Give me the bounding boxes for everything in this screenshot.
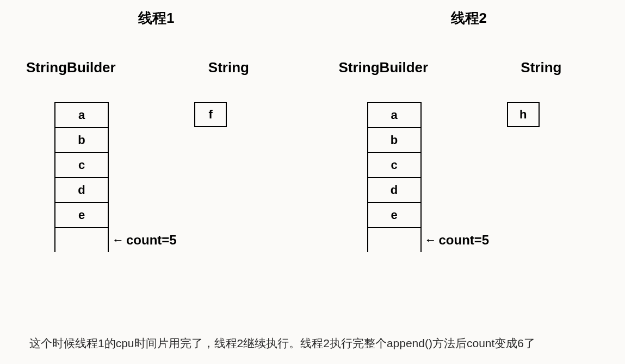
string-value-cell: h — [507, 102, 540, 127]
count-marker: ← count=5 — [112, 233, 177, 248]
thread-2-labels: StringBuilder String — [313, 59, 626, 76]
thread-2-title: 线程2 — [313, 9, 626, 28]
thread-1: 线程1 StringBuilder String a b c d e ← cou… — [0, 3, 313, 252]
stack-cell: d — [367, 177, 422, 202]
stack-cell: b — [367, 127, 422, 152]
arrow-left-icon: ← — [425, 233, 437, 247]
stack-cell: e — [367, 202, 422, 227]
stack-cell-empty — [367, 227, 422, 252]
count-text: count=5 — [126, 233, 177, 248]
thread-2-string-wrap: h — [422, 102, 609, 127]
string-value-cell: f — [194, 102, 227, 127]
count-text: count=5 — [439, 233, 490, 248]
stack-cell: a — [367, 102, 422, 127]
string-label: String — [161, 59, 296, 76]
stack-cell: c — [54, 152, 109, 177]
stack-cell-empty — [54, 227, 109, 252]
thread-1-title: 线程1 — [0, 9, 313, 28]
stack-cell: b — [54, 127, 109, 152]
stringbuilder-label: StringBuilder — [26, 59, 161, 76]
stringbuilder-label: StringBuilder — [339, 59, 474, 76]
thread-2: 线程2 StringBuilder String a b c d e ← cou… — [313, 3, 626, 252]
caption-text: 这个时候线程1的cpu时间片用完了，线程2继续执行。线程2执行完整个append… — [29, 332, 596, 354]
stack-cell: e — [54, 202, 109, 227]
stack-cell: d — [54, 177, 109, 202]
diagram-container: 线程1 StringBuilder String a b c d e ← cou… — [0, 0, 625, 252]
stack-cell: c — [367, 152, 422, 177]
stack-cell: a — [54, 102, 109, 127]
thread-2-content: a b c d e ← count=5 h — [313, 102, 626, 252]
string-label: String — [474, 59, 609, 76]
thread-2-stack: a b c d e ← count=5 — [367, 102, 422, 252]
thread-1-content: a b c d e ← count=5 f — [0, 102, 313, 252]
thread-1-labels: StringBuilder String — [0, 59, 313, 76]
thread-1-string-wrap: f — [109, 102, 296, 127]
count-marker: ← count=5 — [425, 233, 490, 248]
arrow-left-icon: ← — [112, 233, 124, 247]
thread-1-stack: a b c d e ← count=5 — [54, 102, 109, 252]
